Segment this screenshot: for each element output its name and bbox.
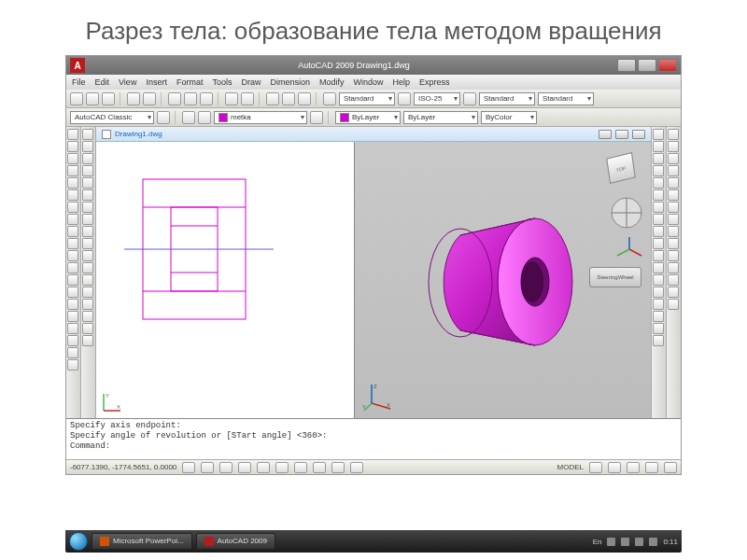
block-icon[interactable] xyxy=(67,238,78,249)
tablestyle-combo[interactable]: Standard xyxy=(479,92,535,105)
linetype-combo[interactable]: ByLayer xyxy=(403,111,478,124)
trim-icon[interactable] xyxy=(653,238,664,249)
grid-toggle[interactable] xyxy=(201,462,214,473)
pyramid-icon[interactable] xyxy=(82,177,93,189)
app-logo-icon[interactable]: A xyxy=(70,58,85,73)
clean-icon[interactable] xyxy=(668,250,679,261)
command-line[interactable]: Specify axis endpoint: Specify angle of … xyxy=(66,418,681,459)
workspace-combo[interactable]: AutoCAD Classic xyxy=(70,111,154,124)
help-icon[interactable] xyxy=(298,92,311,105)
menu-file[interactable]: File xyxy=(72,77,86,87)
circle-icon[interactable] xyxy=(67,189,78,201)
viewcube-face[interactable]: TOP xyxy=(606,152,636,184)
face3-icon[interactable] xyxy=(668,299,679,310)
chamfer-icon[interactable] xyxy=(653,287,664,298)
polyline-icon[interactable] xyxy=(67,141,78,152)
dim-style-icon[interactable] xyxy=(398,92,411,105)
fillet3d-icon[interactable] xyxy=(668,189,679,201)
rotate-icon[interactable] xyxy=(653,202,664,213)
revolve-icon[interactable] xyxy=(82,226,93,237)
polar-toggle[interactable] xyxy=(238,462,251,473)
3dmirror-icon[interactable] xyxy=(668,165,679,176)
slice-icon[interactable] xyxy=(82,311,93,322)
face1-icon[interactable] xyxy=(668,274,679,286)
revcloud-icon[interactable] xyxy=(67,202,78,213)
print-icon[interactable] xyxy=(127,92,140,105)
tray-icon[interactable] xyxy=(621,538,629,546)
menu-help[interactable]: Help xyxy=(393,77,411,87)
status-extra3[interactable] xyxy=(627,462,640,473)
status-extra1[interactable] xyxy=(589,462,602,473)
extra1-icon[interactable] xyxy=(67,323,78,334)
menu-draw[interactable]: Draw xyxy=(241,77,261,87)
cylinder-icon[interactable] xyxy=(82,141,93,152)
offset-icon[interactable] xyxy=(653,165,664,176)
dimstyle-combo[interactable]: ISO-25 xyxy=(414,92,460,105)
lwt-toggle[interactable] xyxy=(331,462,345,473)
presspull-icon[interactable] xyxy=(82,299,93,310)
layer-match-icon[interactable] xyxy=(310,111,323,124)
polygon-icon[interactable] xyxy=(67,153,78,164)
section-icon[interactable] xyxy=(82,323,93,334)
explode-icon[interactable] xyxy=(653,311,664,322)
taper-icon[interactable] xyxy=(668,226,679,237)
sweep-icon[interactable] xyxy=(82,238,93,249)
layer-properties-icon[interactable] xyxy=(182,111,195,124)
move-icon[interactable] xyxy=(653,189,664,201)
stretch-icon[interactable] xyxy=(653,226,664,237)
mtext-icon[interactable] xyxy=(67,311,78,322)
preview-icon[interactable] xyxy=(143,92,156,105)
extend-icon[interactable] xyxy=(653,250,664,261)
mleader-combo[interactable]: Standard xyxy=(538,92,594,105)
wedge-icon[interactable] xyxy=(82,189,93,201)
join-icon[interactable] xyxy=(653,274,664,286)
compass-icon[interactable] xyxy=(608,194,645,231)
layer-states-icon[interactable] xyxy=(198,111,211,124)
copy2-icon[interactable] xyxy=(653,141,664,152)
viewport-3d[interactable]: TOP SteeringWheel xyxy=(355,142,651,418)
menu-express[interactable]: Express xyxy=(419,77,450,87)
drawing-canvas[interactable]: Drawing1.dwg xyxy=(96,127,651,418)
osnap-toggle[interactable] xyxy=(257,462,270,473)
language-indicator[interactable]: En xyxy=(593,538,602,546)
snap-toggle[interactable] xyxy=(182,462,195,473)
status-extra2[interactable] xyxy=(608,462,621,473)
3darray-icon[interactable] xyxy=(668,177,679,189)
clock[interactable]: 0:11 xyxy=(663,538,678,546)
status-extra5[interactable] xyxy=(664,462,677,473)
menu-edit[interactable]: Edit xyxy=(95,77,110,87)
extrude-icon[interactable] xyxy=(82,214,93,225)
face2-icon[interactable] xyxy=(668,287,679,298)
tray-icon[interactable] xyxy=(649,538,657,546)
union-icon[interactable] xyxy=(82,262,93,273)
menu-dimension[interactable]: Dimension xyxy=(270,77,310,87)
rectangle-icon[interactable] xyxy=(67,165,78,176)
3dalign-icon[interactable] xyxy=(668,153,679,164)
mirror-icon[interactable] xyxy=(653,153,664,164)
lineweight-combo[interactable]: ByColor xyxy=(481,111,537,124)
arc-icon[interactable] xyxy=(67,177,78,189)
dyn-toggle[interactable] xyxy=(313,462,326,473)
loft-icon[interactable] xyxy=(82,250,93,261)
cut-icon[interactable] xyxy=(168,92,181,105)
cone-icon[interactable] xyxy=(82,153,93,164)
torus-icon[interactable] xyxy=(82,202,93,213)
extra4-icon[interactable] xyxy=(67,359,78,371)
region-icon[interactable] xyxy=(67,287,78,298)
gradient-icon[interactable] xyxy=(67,274,78,286)
status-extra4[interactable] xyxy=(645,462,658,473)
minimize-button[interactable] xyxy=(617,59,636,72)
redo-icon[interactable] xyxy=(241,92,254,105)
shell-icon[interactable] xyxy=(668,214,679,225)
scale-icon[interactable] xyxy=(653,214,664,225)
viewcube[interactable]: TOP xyxy=(600,147,643,190)
intersect-icon[interactable] xyxy=(82,287,93,298)
extra2-icon[interactable] xyxy=(67,335,78,346)
layer-combo[interactable]: metka xyxy=(214,111,307,124)
menu-view[interactable]: View xyxy=(119,77,136,87)
menu-tools[interactable]: Tools xyxy=(212,77,232,87)
maximize-button[interactable] xyxy=(638,59,656,72)
array-icon[interactable] xyxy=(653,177,664,189)
color-combo[interactable]: ByLayer xyxy=(335,111,401,124)
modify2-icon[interactable] xyxy=(653,335,664,346)
